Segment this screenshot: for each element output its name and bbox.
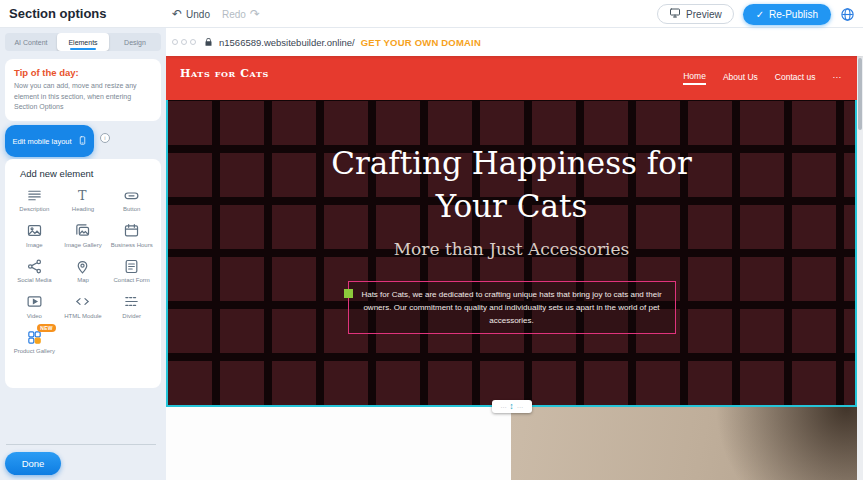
add-element-product-gallery[interactable]: NEW Product Gallery [10,328,59,356]
site-preview: n1566589.websitebuilder.online/ GET YOUR… [166,28,863,480]
element-label: Map [77,277,89,285]
tab-ai-content[interactable]: AI Content [5,33,57,51]
phone-icon [78,134,87,149]
tip-title: Tip of the day: [14,67,152,78]
element-label: Contact Form [113,277,149,285]
tip-body: Now you can add, move and resize any ele… [14,81,152,113]
handle-dots-icon: ⋯ [500,404,506,410]
undo-label: Undo [186,9,210,20]
hero-title[interactable]: Crafting Happiness for Your Cats [331,142,692,229]
site-canvas: Hats for Cats Home About Us Contact us ⋯… [166,56,863,480]
add-element-map[interactable]: Map [59,257,108,285]
add-element-button[interactable]: Button [107,186,156,214]
hero-title-line2: Your Cats [331,185,692,228]
tab-design-label: Design [124,39,146,46]
add-element-html-module[interactable]: HTML Module [59,293,108,321]
check-icon: ✓ [756,9,764,20]
app-root: Section options ↶ Undo Redo ↷ Preview ✓ … [0,0,863,480]
add-element-social-media[interactable]: Social Media [10,257,59,285]
undo-button[interactable]: ↶ Undo [172,8,210,20]
add-element-description[interactable]: Description [10,186,59,214]
get-your-own-domain-link[interactable]: GET YOUR OWN DOMAIN [361,37,481,48]
hero-subtitle[interactable]: More than Just Accessories [394,239,630,259]
handle-dots-icon: ⋯ [517,404,523,410]
business-hours-icon [123,222,140,240]
image-gallery-icon [74,222,91,240]
lock-icon [204,37,213,47]
image-icon [26,222,43,240]
button-icon [123,186,140,204]
element-label: Product Gallery [14,348,55,356]
add-new-element-panel: Add new element Description T Heading Bu… [5,159,161,388]
add-element-business-hours[interactable]: Business Hours [107,222,156,250]
nav-more-icon[interactable]: ⋯ [833,72,842,84]
element-label: Description [19,206,49,214]
republish-label: Re-Publish [769,9,818,20]
video-icon [26,293,43,311]
site-header[interactable]: Hats for Cats Home About Us Contact us ⋯ [166,56,857,100]
redo-icon: ↷ [250,8,260,20]
section-resize-handle[interactable]: ⋯ ↕ ⋯ [492,400,532,413]
element-label: Image [26,242,43,250]
hero-title-line1: Crafting Happiness for [331,142,692,185]
topbar-actions: Preview ✓ Re-Publish [657,0,855,28]
element-label: Image Gallery [64,242,101,250]
add-element-image[interactable]: Image [10,222,59,250]
next-section[interactable] [166,407,857,480]
nav-item-home[interactable]: Home [683,71,706,85]
tab-ai-content-label: AI Content [14,39,47,46]
add-element-contact-form[interactable]: Contact Form [107,257,156,285]
divider-icon [123,293,140,311]
monitor-icon [669,7,681,21]
map-icon [74,257,91,275]
redo-button[interactable]: Redo ↷ [222,8,260,20]
new-badge: NEW [37,324,56,332]
element-label: Video [27,313,42,321]
hero-text-element-selected[interactable]: Hats for Cats, we are dedicated to craft… [348,281,676,335]
element-label: Social Media [17,277,51,285]
element-label: Heading [72,206,94,214]
republish-button[interactable]: ✓ Re-Publish [743,4,831,25]
language-globe-icon[interactable] [840,7,855,22]
site-nav: Home About Us Contact us ⋯ [683,56,841,100]
tab-elements-label: Elements [68,39,97,46]
add-element-video[interactable]: Video [10,293,59,321]
html-module-icon [74,293,91,311]
element-label: Business Hours [111,242,153,250]
add-element-image-gallery[interactable]: Image Gallery [59,222,108,250]
svg-text:T: T [78,187,87,202]
sidebar-divider [6,444,156,445]
site-url: n1566589.websitebuilder.online/ [219,37,355,48]
tab-design[interactable]: Design [109,33,161,51]
edit-mobile-label: Edit mobile layout [12,137,71,146]
hero-section[interactable]: Crafting Happiness for Your Cats More th… [166,100,857,405]
edit-mobile-layout-button[interactable]: Edit mobile layout [5,125,94,157]
done-button[interactable]: Done [5,452,61,475]
tab-elements[interactable]: Elements [57,33,109,51]
preview-button[interactable]: Preview [657,4,734,24]
topbar: Section options ↶ Undo Redo ↷ Preview ✓ … [0,0,863,28]
page-scrollbar[interactable] [857,56,863,480]
description-icon [26,186,43,204]
add-element-heading[interactable]: T Heading [59,186,108,214]
browser-bar: n1566589.websitebuilder.online/ GET YOUR… [166,28,863,56]
add-new-element-title: Add new element [20,168,156,179]
undo-icon: ↶ [172,8,182,20]
site-logo[interactable]: Hats for Cats [180,67,269,80]
redo-label: Redo [222,9,246,20]
sidebar: AI Content Elements Design Tip of the da… [0,28,166,480]
element-resize-handle[interactable] [344,289,353,298]
element-label: Button [123,206,140,214]
add-element-divider[interactable]: Divider [107,293,156,321]
social-media-icon [26,257,43,275]
scrollbar-thumb[interactable] [858,58,862,130]
resize-arrows-icon: ↕ [509,402,514,411]
nav-item-contact-us[interactable]: Contact us [775,72,816,84]
info-icon[interactable]: i [100,133,110,143]
element-label: Divider [122,313,141,321]
nav-item-about-us[interactable]: About Us [723,72,758,84]
tip-of-the-day-card: Tip of the day: Now you can add, move an… [5,59,161,121]
element-label: HTML Module [64,313,101,321]
page-title: Section options [9,6,107,21]
element-grid: Description T Heading Button Image Image… [10,186,156,356]
